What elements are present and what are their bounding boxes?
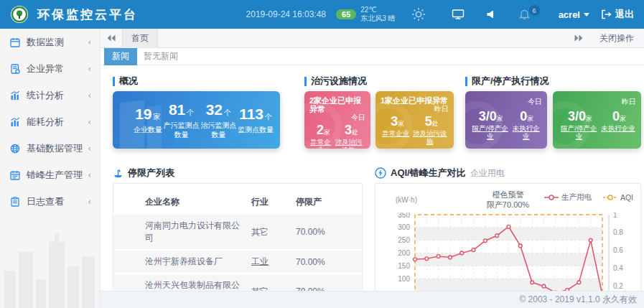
globe-icon: [10, 144, 20, 154]
col-header-enterprise: 企业名称: [113, 191, 248, 214]
sidebar-item-statistics[interactable]: 统计分析 ‹: [0, 82, 100, 108]
scroll-tabs-right-button[interactable]: [568, 29, 589, 48]
card-period: 今日: [470, 98, 542, 106]
limited-enterprise-link[interactable]: 限产/停产企业: [470, 125, 510, 141]
document-icon: [10, 64, 20, 74]
sidebar-item-enterprise-abnormal[interactable]: 企业异常 ‹: [0, 55, 100, 82]
card-period: 昨日: [558, 98, 636, 106]
svg-text:250: 250: [398, 236, 410, 244]
wind: 东北风3 晴: [360, 14, 395, 22]
sidebar-item-label: 统计分析: [27, 89, 64, 102]
legend-item-aqi[interactable]: AQI: [603, 193, 633, 202]
cell-enterprise: 河南同力电力设计有限公司: [113, 214, 248, 250]
stat-abnormal-count: 3家: [391, 114, 404, 129]
section-title-overview: 概况: [113, 75, 138, 88]
stat-unexecuted-count: 0家: [612, 109, 626, 124]
news-bar: 新闻 暂无新闻: [101, 48, 644, 65]
cell-industry: 其它: [248, 214, 293, 250]
sidebar-item-label: 能耗分析: [27, 116, 64, 129]
calendar-icon: [10, 170, 20, 180]
stat-limited-count: 3/0家: [479, 109, 503, 124]
clipboard-icon: [10, 197, 20, 207]
unexecuted-enterprise-link[interactable]: 未执行企业: [601, 125, 635, 141]
stat-facility-count: 5处: [425, 114, 439, 129]
logout-label: 退出: [615, 8, 634, 21]
lightning-circle-icon: [375, 167, 386, 179]
calendar-icon: [10, 37, 20, 47]
monitor-icon[interactable]: [452, 9, 465, 20]
chevron-left-icon: ‹: [88, 64, 91, 74]
sidebar-item-log-view[interactable]: 日志查看 ‹: [0, 188, 100, 215]
top-header: 环保监控云平台 2019-09-24 16:03:48 65 22℃ 东北风3 …: [0, 0, 644, 29]
sidebar-item-label: 企业异常: [27, 62, 64, 75]
facility-link[interactable]: 涉及治污设施: [413, 130, 447, 146]
chevron-left-icon: ‹: [88, 144, 91, 154]
limited-enterprise-link[interactable]: 限产/停产企业: [559, 125, 599, 141]
sidebar-item-label: 错峰生产管理: [27, 169, 83, 182]
datetime: 2019-09-24 16:03:48: [246, 9, 326, 19]
pollution-card-yesterday: 1家企业已申报异常 昨日 3家 5处 异常企业 涉及治污设施: [375, 91, 454, 149]
svg-text:300: 300: [398, 223, 410, 231]
sidebar-item-base-data[interactable]: 基础数据管理 ‹: [0, 135, 100, 162]
abnormal-enterprise-link[interactable]: 异常企业: [382, 130, 409, 146]
cell-industry-link[interactable]: 工业: [248, 250, 293, 274]
svg-text:100: 100: [398, 275, 410, 283]
facility-link[interactable]: 涉及治污设施: [332, 139, 365, 149]
app-logo-icon: [10, 5, 29, 24]
close-operations-button[interactable]: 关闭操作: [589, 32, 644, 45]
logout-button[interactable]: 退出: [601, 8, 634, 21]
svg-text:0.2: 0.2: [613, 282, 623, 290]
unexecuted-enterprise-link[interactable]: 未执行企业: [510, 125, 542, 141]
legend-item-production[interactable]: 生产用电: [544, 192, 592, 202]
stat-abnormal-count: 2家: [317, 123, 330, 138]
tab-home-label: 首页: [131, 32, 149, 45]
copyright: © 2003 - 2019 v1.1.0 永久有效: [519, 294, 637, 306]
chevron-left-icon: ‹: [88, 90, 91, 101]
svg-text:0.4: 0.4: [613, 264, 623, 272]
abnormal-enterprise-link[interactable]: 异常企业: [309, 139, 332, 149]
svg-text:0.6: 0.6: [613, 246, 623, 254]
legend-marker-icon: [603, 195, 617, 200]
col-header-stoplimit: 停限产: [293, 191, 362, 214]
sidebar-item-energy-analysis[interactable]: 能耗分析 ‹: [0, 108, 100, 135]
stat-enterprise-count: 19家 企业数量: [134, 105, 162, 135]
bar-chart-icon: [10, 90, 20, 101]
svg-text:350: 350: [398, 213, 410, 219]
table-row[interactable]: 沧州宇新养殖设备厂 工业 70.00%: [113, 250, 362, 274]
title-bar-icon: [304, 77, 307, 86]
svg-text:0.8: 0.8: [613, 228, 623, 236]
chevron-left-icon: ‹: [88, 117, 91, 127]
card-period: 昨日: [381, 105, 449, 113]
cell-stoplimit: 70.00%: [293, 214, 362, 250]
speaker-icon[interactable]: [486, 9, 496, 19]
app-window: 环保监控云平台 2019-09-24 16:03:48 65 22℃ 东北风3 …: [0, 0, 644, 308]
chevron-left-icon: ‹: [88, 170, 91, 180]
stat-facility-count: 3处: [345, 123, 358, 138]
scroll-tabs-left-button[interactable]: [101, 29, 122, 48]
sidebar-item-data-monitoring[interactable]: 数据监测 ‹: [0, 29, 100, 55]
notification-bell-icon[interactable]: 6: [519, 9, 530, 20]
stat-limited-count: 3/0家: [568, 109, 592, 124]
tab-home[interactable]: 首页: [122, 29, 158, 48]
col-header-industry: 行业: [248, 191, 293, 214]
news-label: 新闻: [104, 48, 137, 65]
card-period: 今日: [309, 113, 365, 122]
table-row[interactable]: 河南同力电力设计有限公司 其它 70.00%: [113, 214, 362, 250]
stat-total-points: 113个 监测点数量: [238, 105, 274, 135]
sidebar-item-peak-production[interactable]: 错峰生产管理 ‹: [0, 162, 100, 188]
weather-widget: 65 22℃ 东北风3 晴: [336, 6, 396, 24]
sun-weather-icon: [411, 7, 426, 22]
chart-subtitle: 企业用电: [470, 167, 505, 179]
section-title-limit: 限产/停产执行情况: [465, 75, 549, 88]
section-title-aqi-compare: AQI/错峰生产对比 企业用电: [375, 167, 505, 179]
svg-text:200: 200: [398, 249, 410, 257]
cell-stoplimit: 70.00%: [293, 250, 362, 274]
footer: © 2003 - 2019 v1.1.0 永久有效: [101, 291, 644, 308]
chevron-left-icon: ‹: [88, 197, 91, 207]
bar-chart-icon: [10, 117, 20, 127]
stat-pollution-points: 81个 产污监测点 数量: [164, 101, 200, 139]
user-menu[interactable]: acrel: [559, 9, 589, 20]
username: acrel: [559, 9, 580, 20]
overview-card: 19家 企业数量 81个 产污监测点 数量 32个 治污监测点 数量 113个 …: [113, 91, 280, 149]
chart-legend: 生产用电 AQI: [533, 192, 633, 202]
